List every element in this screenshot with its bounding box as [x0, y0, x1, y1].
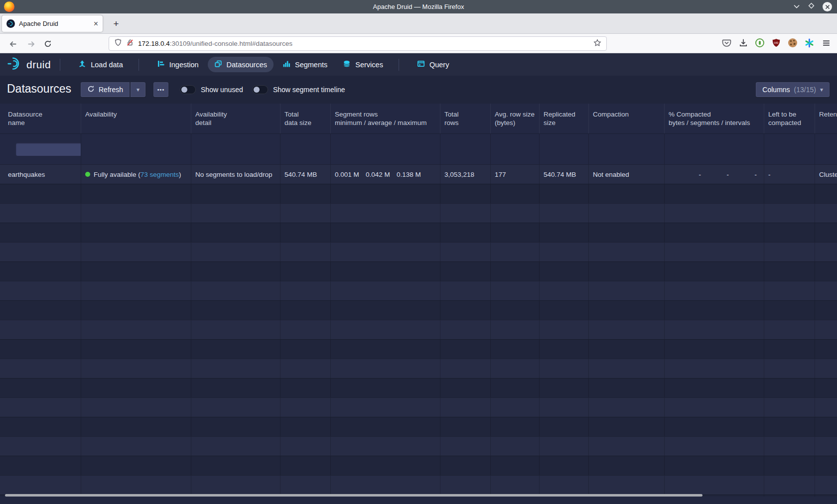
refresh-dropdown-button[interactable]: ▾	[131, 82, 145, 97]
filter-cell	[540, 134, 589, 164]
url-bar[interactable]: 172.18.0.4:30109/unified-console.html#da…	[109, 36, 607, 51]
maximize-diamond-icon[interactable]	[808, 2, 815, 11]
empty-table-row	[0, 475, 837, 495]
show-segment-timeline-toggle[interactable]	[252, 85, 268, 94]
download-icon[interactable]	[738, 38, 748, 48]
minimize-chevron-icon[interactable]	[793, 2, 800, 11]
url-path: :30109/unified-console.html#datasources	[170, 40, 292, 47]
column-header[interactable]: Replicatedsize	[540, 104, 589, 133]
filter-cell	[440, 134, 491, 164]
column-header[interactable]: Availability	[81, 104, 191, 133]
columns-dropdown-button[interactable]: Columns (13/15) ▾	[756, 82, 830, 97]
datasource-row[interactable]: earthquakes Fully available (73 segments…	[0, 164, 837, 184]
empty-table-row	[0, 184, 837, 203]
nav-divider	[139, 59, 139, 71]
column-header[interactable]: Avg. row size(bytes)	[491, 104, 540, 133]
browser-toolbar: 172.18.0.4:30109/unified-console.html#da…	[0, 34, 837, 53]
show-segment-timeline-label: Show segment timeline	[273, 86, 345, 94]
column-header[interactable]: Totalrows	[440, 104, 491, 133]
refresh-icon	[87, 85, 95, 94]
druid-favicon	[6, 19, 15, 28]
filter-cell	[589, 134, 665, 164]
tab-strip: Apache Druid × +	[0, 13, 837, 34]
nav-item-segments[interactable]: Segments	[276, 57, 334, 72]
extension-icon[interactable]	[755, 38, 764, 47]
empty-table-row	[0, 242, 837, 261]
cell-total-rows: 3,053,218	[440, 165, 491, 184]
pocket-icon[interactable]	[721, 38, 731, 48]
cell-datasource-name[interactable]: earthquakes	[0, 165, 81, 184]
availability-text: Fully available (73 segments)	[94, 171, 181, 178]
datasource-name-filter-input[interactable]	[16, 143, 81, 156]
window-titlebar: Apache Druid — Mozilla Firefox	[0, 0, 837, 13]
new-tab-button[interactable]: +	[109, 16, 124, 31]
filter-cell	[491, 134, 540, 164]
column-header[interactable]: Compaction	[589, 104, 665, 133]
column-header[interactable]: Segment rowsminimum / average / maximum	[331, 104, 440, 133]
cell-total-data-size: 540.74 MB	[280, 165, 331, 184]
close-icon[interactable]	[823, 2, 832, 11]
segments-icon	[282, 60, 290, 69]
load-data-icon	[78, 60, 86, 69]
tab-close-icon[interactable]: ×	[94, 20, 98, 28]
filter-cell	[0, 134, 81, 164]
containers-asterisk-icon[interactable]	[804, 38, 814, 48]
filter-cell	[764, 134, 815, 164]
empty-table-row	[0, 203, 837, 223]
segments-count-link[interactable]: 73 segments	[140, 171, 179, 178]
more-actions-button[interactable]: •••	[153, 82, 168, 97]
nav-item-datasources[interactable]: Datasources	[208, 57, 274, 72]
filter-cell	[191, 134, 280, 164]
horizontal-scrollbar[interactable]	[5, 494, 702, 497]
reload-icon[interactable]	[42, 38, 54, 50]
column-header[interactable]: Totaldata size	[280, 104, 331, 133]
bookmark-star-icon[interactable]	[593, 39, 601, 49]
column-header[interactable]: % Compactedbytes / segments / intervals	[665, 104, 764, 133]
column-header[interactable]: Left to becompacted	[764, 104, 815, 133]
window-title: Apache Druid — Mozilla Firefox	[0, 3, 837, 10]
nav-item-services[interactable]: Services	[336, 57, 390, 72]
empty-table-row	[0, 281, 837, 300]
druid-navbar: druid Load data Ingestion Datasources Se…	[0, 53, 837, 76]
chevron-down-icon: ▾	[137, 86, 140, 93]
back-icon[interactable]	[7, 38, 19, 50]
empty-table-row	[0, 339, 837, 359]
nav-divider	[399, 59, 399, 71]
nav-item-load-data[interactable]: Load data	[72, 57, 130, 72]
table-empty-rows	[0, 184, 837, 497]
empty-table-row	[0, 397, 837, 417]
tracking-shield-icon[interactable]	[114, 38, 122, 49]
empty-table-row	[0, 261, 837, 281]
services-icon	[343, 60, 351, 69]
datasources-table: DatasourcenameAvailabilityAvailabilityde…	[0, 104, 837, 497]
datasources-icon	[214, 60, 222, 69]
empty-table-row	[0, 320, 837, 339]
empty-table-row	[0, 436, 837, 456]
forward-icon[interactable]	[25, 38, 37, 50]
cell-replicated-size: 540.74 MB	[540, 165, 589, 184]
tab-title: Apache Druid	[19, 20, 90, 27]
firefox-logo	[4, 1, 14, 12]
url-host: 172.18.0.4	[138, 40, 170, 47]
empty-table-row	[0, 378, 837, 397]
empty-table-row	[0, 223, 837, 242]
query-icon	[417, 60, 425, 69]
cell-segment-rows: 0.001 M0.042 M0.138 M	[331, 165, 440, 184]
ublock-shield-icon[interactable]: UO	[771, 38, 781, 48]
cookie-icon[interactable]	[788, 38, 797, 47]
menu-icon[interactable]	[821, 38, 831, 48]
nav-item-query[interactable]: Query	[411, 57, 456, 72]
show-unused-toggle[interactable]	[180, 85, 196, 94]
cell-compaction: Not enabled	[589, 165, 665, 184]
column-header[interactable]: Availabilitydetail	[191, 104, 280, 133]
filter-cell	[331, 134, 440, 164]
cell-percent-compacted: ---	[665, 165, 764, 184]
refresh-button[interactable]: Refresh	[81, 82, 130, 97]
nav-item-ingestion[interactable]: Ingestion	[150, 57, 205, 72]
cell-avg-row-size: 177	[491, 165, 540, 184]
browser-tab[interactable]: Apache Druid ×	[2, 15, 103, 32]
column-header[interactable]: Datasourcename	[0, 104, 81, 133]
insecure-lock-icon[interactable]	[126, 38, 134, 49]
column-header[interactable]: Retention	[815, 104, 837, 133]
cell-retention[interactable]: Cluster default	[815, 165, 837, 184]
